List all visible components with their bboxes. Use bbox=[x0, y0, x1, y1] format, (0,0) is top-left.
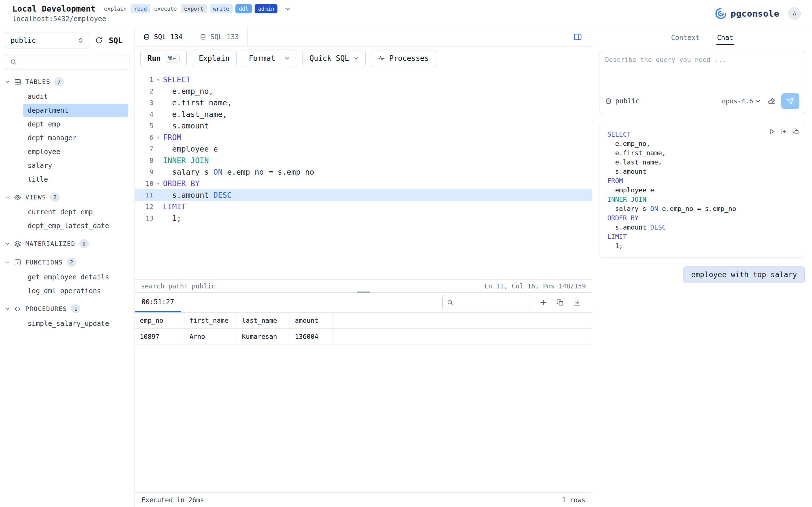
split-panel-icon[interactable] bbox=[563, 27, 592, 47]
assistant-code-line: 1; bbox=[607, 241, 797, 251]
editor-tab-sql-134[interactable]: SQL 134 bbox=[135, 27, 191, 47]
sidebar-item-get_employee_details[interactable]: get_employee_details bbox=[23, 270, 128, 284]
schema-select[interactable]: public bbox=[5, 32, 89, 48]
editor-line-9[interactable]: 9 salary s ON e.emp_no = s.emp_no bbox=[135, 166, 592, 178]
results-toolbar: 00:51:27 bbox=[135, 293, 592, 313]
tree-section-procedures[interactable]: PROCEDURES1 bbox=[0, 301, 135, 316]
editor-line-5[interactable]: 5 s.amount bbox=[135, 120, 592, 131]
refresh-icon[interactable] bbox=[95, 36, 103, 45]
format-button[interactable]: Format bbox=[242, 50, 297, 67]
copy-icon[interactable] bbox=[792, 127, 800, 135]
editor-line-7[interactable]: 7 employee e bbox=[135, 143, 592, 155]
badge-export[interactable]: export bbox=[181, 4, 207, 13]
table-header-row: emp_nofirst_namelast_nameamount bbox=[135, 313, 592, 329]
badge-execute[interactable]: execute bbox=[153, 4, 178, 13]
code-text: e.first_name, bbox=[163, 98, 232, 107]
editor-line-11[interactable]: 11 s.amount DESC bbox=[135, 189, 592, 201]
eraser-icon[interactable] bbox=[767, 97, 776, 106]
tab-context[interactable]: Context bbox=[670, 32, 700, 45]
results-search-input[interactable] bbox=[442, 295, 531, 310]
line-number: 12 bbox=[135, 203, 153, 210]
badge-admin[interactable]: admin bbox=[255, 4, 277, 13]
permission-badges: explainreadexecuteexportwriteddladmin bbox=[103, 4, 277, 13]
chat-input[interactable] bbox=[605, 56, 799, 93]
tree-items bbox=[18, 251, 135, 252]
chevron-down-icon[interactable] bbox=[5, 306, 10, 311]
editor-line-4[interactable]: 4 e.last_name, bbox=[135, 108, 592, 120]
assistant-code-line: FROM bbox=[607, 176, 797, 186]
sidebar-item-dept_manager[interactable]: dept_manager bbox=[23, 131, 128, 145]
chevron-down-icon[interactable] bbox=[5, 195, 10, 200]
sidebar-item-dept_emp_latest_date[interactable]: dept_emp_latest_date bbox=[23, 219, 128, 233]
badge-read[interactable]: read bbox=[131, 4, 150, 13]
assistant-code-lines: SELECT e.emp_no, e.first_name, e.last_na… bbox=[607, 130, 797, 251]
svg-text:f: f bbox=[17, 260, 19, 265]
resize-handle[interactable] bbox=[357, 291, 370, 293]
badge-ddl[interactable]: ddl bbox=[236, 4, 252, 13]
assistant-panel: Context Chat public opus-4.6 bbox=[592, 27, 812, 507]
explain-button[interactable]: Explain bbox=[192, 50, 237, 67]
sidebar-search-input[interactable] bbox=[5, 54, 130, 70]
tree-section-tables[interactable]: TABLES7 bbox=[0, 74, 135, 89]
sidebar-item-simple_salary_update[interactable]: simple_salary_update bbox=[23, 317, 128, 330]
chevron-down-icon[interactable] bbox=[285, 6, 291, 12]
fold-icon[interactable]: ▾ bbox=[153, 77, 163, 82]
editor-line-3[interactable]: 3 e.first_name, bbox=[135, 97, 592, 108]
sidebar-item-dept_emp[interactable]: dept_emp bbox=[23, 117, 128, 131]
editor-line-10[interactable]: 10▾ORDER BY bbox=[135, 178, 592, 189]
add-icon[interactable] bbox=[539, 298, 548, 307]
database-icon bbox=[605, 98, 612, 105]
table-row[interactable]: 10897ArnoKumaresan136004 bbox=[135, 329, 592, 345]
editor-line-13[interactable]: 13 1; bbox=[135, 212, 592, 224]
results-toolbar-spacer bbox=[181, 293, 442, 313]
sidebar-item-log_dml_operations[interactable]: log_dml_operations bbox=[23, 284, 128, 298]
sidebar-item-department[interactable]: department bbox=[23, 104, 128, 117]
chevron-down-icon[interactable] bbox=[5, 241, 10, 246]
badge-explain[interactable]: explain bbox=[103, 4, 128, 13]
column-header-amount[interactable]: amount bbox=[290, 313, 334, 328]
app-body: public SQL TABLES7auditdepartmentdept_em… bbox=[0, 27, 812, 507]
fold-icon[interactable]: ▾ bbox=[153, 181, 163, 186]
avatar[interactable]: A bbox=[788, 7, 801, 20]
insert-to-editor-icon[interactable] bbox=[779, 127, 788, 135]
editor-line-8[interactable]: 8INNER JOIN bbox=[135, 155, 592, 166]
editor-line-2[interactable]: 2 e.emp_no, bbox=[135, 86, 592, 97]
processes-button[interactable]: Processes bbox=[371, 50, 436, 67]
sidebar-item-salary[interactable]: salary bbox=[23, 159, 128, 172]
chevron-down-icon[interactable] bbox=[285, 55, 290, 61]
code-text: e.emp_no, bbox=[163, 87, 213, 96]
quick-sql-button[interactable]: Quick SQL bbox=[302, 50, 366, 67]
column-header-emp_no[interactable]: emp_no bbox=[135, 313, 185, 328]
result-tab[interactable]: 00:51:27 bbox=[135, 293, 181, 313]
editor-line-1[interactable]: 1▾SELECT bbox=[135, 74, 592, 86]
editor-line-12[interactable]: 12LIMIT bbox=[135, 201, 592, 212]
model-select[interactable]: opus-4.6 bbox=[722, 98, 761, 105]
column-header-last_name[interactable]: last_name bbox=[237, 313, 290, 328]
line-number: 7 bbox=[135, 145, 153, 153]
code-text: e.last_name, bbox=[163, 110, 227, 119]
sidebar-item-employee[interactable]: employee bbox=[23, 145, 128, 159]
send-button[interactable] bbox=[781, 93, 799, 109]
editor-line-6[interactable]: 6▾FROM bbox=[135, 131, 592, 143]
sidebar-item-audit[interactable]: audit bbox=[23, 90, 128, 103]
tree-section-views[interactable]: VIEWS2 bbox=[0, 190, 135, 205]
composer-database[interactable]: public bbox=[615, 97, 640, 105]
copy-icon[interactable] bbox=[555, 298, 565, 307]
chevron-down-icon[interactable] bbox=[5, 260, 10, 265]
tree-section-functions[interactable]: fFUNCTIONS2 bbox=[0, 255, 135, 270]
tab-chat[interactable]: Chat bbox=[716, 32, 734, 45]
sidebar-item-current_dept_emp[interactable]: current_dept_emp bbox=[23, 205, 128, 219]
column-header-first_name[interactable]: first_name bbox=[185, 313, 237, 328]
composer-bottom: public opus-4.6 bbox=[605, 93, 799, 109]
sidebar-item-title[interactable]: title bbox=[23, 173, 128, 186]
badge-write[interactable]: write bbox=[210, 4, 233, 13]
editor-tab-sql-133[interactable]: SQL 133 bbox=[191, 27, 248, 47]
count-badge: 0 bbox=[79, 239, 89, 248]
fold-icon[interactable]: ▾ bbox=[153, 135, 163, 140]
tree-section-materialized[interactable]: MATERIALIZED0 bbox=[0, 236, 135, 251]
chevron-down-icon[interactable] bbox=[5, 79, 10, 84]
run-snippet-icon[interactable] bbox=[768, 127, 776, 135]
sql-editor[interactable]: 1▾SELECT2 e.emp_no,3 e.first_name,4 e.la… bbox=[135, 70, 592, 279]
download-icon[interactable] bbox=[572, 298, 582, 307]
run-button[interactable]: Run ⌘↵ bbox=[140, 50, 187, 67]
